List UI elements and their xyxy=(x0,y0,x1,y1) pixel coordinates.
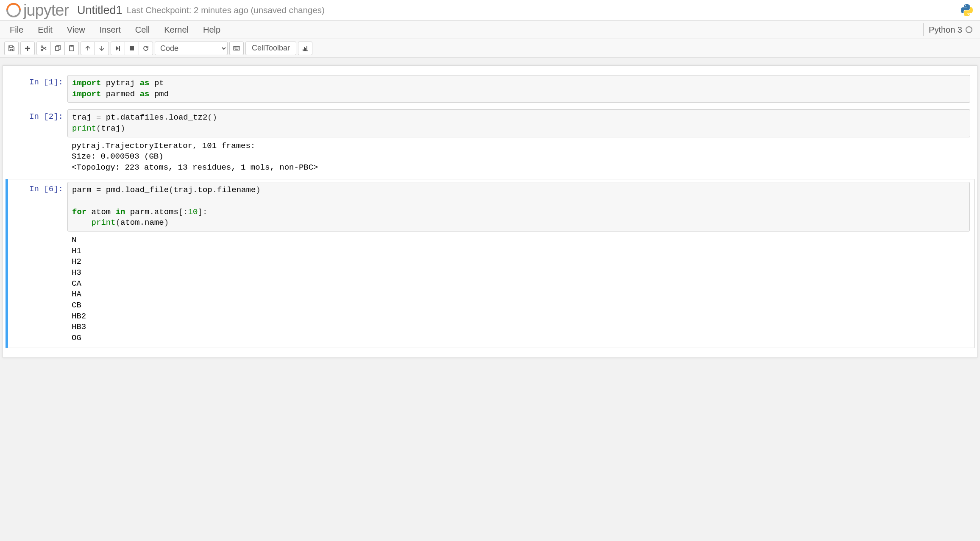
move-up-button[interactable] xyxy=(81,42,95,55)
copy-button[interactable] xyxy=(50,42,65,55)
output-text: N H1 H2 H3 CA HA CB HB2 HB3 OG xyxy=(67,231,970,345)
kernel-indicator: Python 3 xyxy=(923,23,977,36)
command-palette-button[interactable] xyxy=(229,42,244,55)
keyboard-icon xyxy=(233,45,240,52)
jupyter-logo-icon xyxy=(6,3,21,17)
chart-button[interactable] xyxy=(298,42,312,55)
logo-text: jupyter xyxy=(23,1,69,20)
jupyter-logo[interactable]: jupyter xyxy=(6,1,69,20)
move-down-button[interactable] xyxy=(95,42,109,55)
python-logo-icon xyxy=(960,3,974,17)
code-cell[interactable]: In [6]:parm = pmd.load_file(traj.top.fil… xyxy=(6,179,974,348)
bar-chart-icon xyxy=(302,45,309,52)
menu-cell[interactable]: Cell xyxy=(128,20,157,39)
save-icon xyxy=(8,45,15,52)
svg-rect-6 xyxy=(130,46,134,50)
checkpoint-status: Last Checkpoint: 2 minutes ago (unsaved … xyxy=(127,5,325,15)
scissors-icon xyxy=(40,45,47,52)
svg-point-0 xyxy=(41,49,43,51)
svg-rect-5 xyxy=(119,46,120,51)
add-cell-button[interactable] xyxy=(20,42,35,55)
svg-rect-2 xyxy=(56,46,59,50)
menu-edit[interactable]: Edit xyxy=(31,20,59,39)
paste-icon xyxy=(68,45,75,52)
refresh-icon xyxy=(142,45,149,52)
header: jupyter Untitled1 Last Checkpoint: 2 min… xyxy=(0,0,980,20)
interrupt-button[interactable] xyxy=(125,42,139,55)
copy-icon xyxy=(54,45,61,52)
notebook-container: In [1]:import pytraj as pt import parmed… xyxy=(3,65,977,358)
input-prompt: In [6]: xyxy=(8,182,67,345)
menu-file[interactable]: File xyxy=(3,20,31,39)
toolbar: Code CellToolbar xyxy=(0,39,980,58)
step-forward-icon xyxy=(114,45,121,52)
input-prompt: In [2]: xyxy=(8,109,67,175)
plus-icon xyxy=(24,45,31,52)
code-cell[interactable]: In [1]:import pytraj as pt import parmed… xyxy=(6,73,974,105)
arrow-down-icon xyxy=(98,45,105,52)
save-button[interactable] xyxy=(4,42,19,55)
menu-help[interactable]: Help xyxy=(196,20,228,39)
menu-insert[interactable]: Insert xyxy=(92,20,128,39)
code-input[interactable]: import pytraj as pt import parmed as pmd xyxy=(67,75,970,103)
cell-type-select[interactable]: Code xyxy=(155,42,228,55)
restart-button[interactable] xyxy=(139,42,153,55)
menubar: FileEditViewInsertCellKernelHelp Python … xyxy=(0,20,980,39)
code-input[interactable]: parm = pmd.load_file(traj.top.filename) … xyxy=(67,182,970,231)
stop-icon xyxy=(128,45,135,52)
svg-point-1 xyxy=(41,46,43,47)
menu-kernel[interactable]: Kernel xyxy=(157,20,196,39)
run-button[interactable] xyxy=(111,42,125,55)
cut-button[interactable] xyxy=(36,42,51,55)
celltoolbar-button[interactable]: CellToolbar xyxy=(245,42,296,55)
code-cell[interactable]: In [2]:traj = pt.datafiles.load_tz2() pr… xyxy=(6,107,974,177)
arrow-up-icon xyxy=(84,45,91,52)
code-input[interactable]: traj = pt.datafiles.load_tz2() print(tra… xyxy=(67,109,970,137)
input-prompt: In [1]: xyxy=(8,75,67,103)
svg-rect-3 xyxy=(70,46,74,51)
paste-button[interactable] xyxy=(64,42,79,55)
output-text: pytraj.TrajectoryIterator, 101 frames: S… xyxy=(67,137,970,175)
kernel-name: Python 3 xyxy=(929,25,962,35)
notebook-name[interactable]: Untitled1 xyxy=(77,4,122,17)
menu-view[interactable]: View xyxy=(60,20,92,39)
kernel-idle-icon xyxy=(966,26,972,33)
